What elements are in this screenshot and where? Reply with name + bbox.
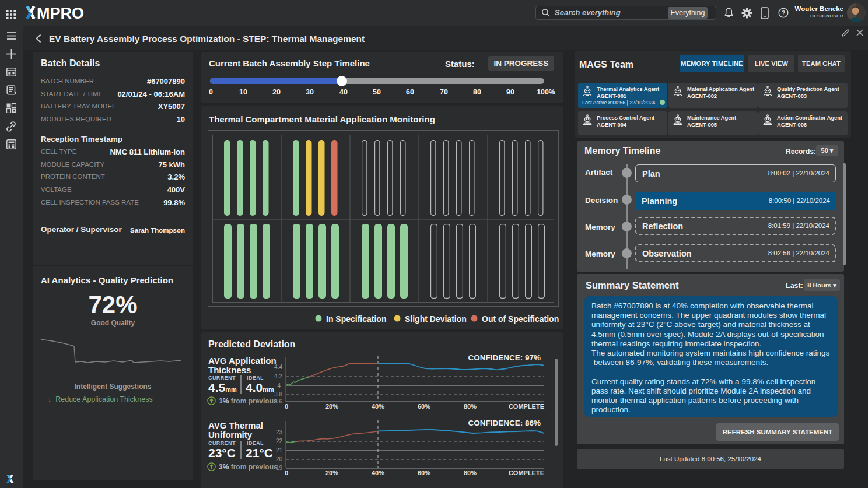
svg-text:40%: 40% — [372, 469, 384, 476]
svg-text:60%: 60% — [418, 469, 430, 476]
svg-text:80%: 80% — [464, 403, 477, 410]
svg-text:3.8: 3.8 — [274, 391, 282, 398]
svg-text:23: 23 — [276, 429, 283, 436]
svg-text:22: 22 — [276, 438, 283, 444]
svg-text:60%: 60% — [418, 403, 430, 410]
svg-text:COMPLETE: COMPLETE — [509, 469, 544, 476]
svg-text:40%: 40% — [372, 403, 384, 410]
svg-text:4.2: 4.2 — [274, 373, 282, 380]
svg-text:4: 4 — [277, 382, 281, 389]
svg-text:0: 0 — [285, 469, 288, 476]
svg-text:21: 21 — [276, 447, 283, 454]
svg-text:0: 0 — [285, 403, 288, 410]
svg-text:20%: 20% — [326, 469, 338, 476]
svg-text:COMPLETE: COMPLETE — [509, 403, 544, 410]
svg-text:3.6: 3.6 — [274, 398, 282, 405]
svg-text:20: 20 — [276, 456, 283, 462]
svg-text:80%: 80% — [464, 469, 477, 476]
svg-text:20%: 20% — [326, 403, 338, 410]
svg-text:4.4: 4.4 — [274, 364, 282, 370]
svg-text:MPRO: MPRO — [37, 6, 84, 19]
